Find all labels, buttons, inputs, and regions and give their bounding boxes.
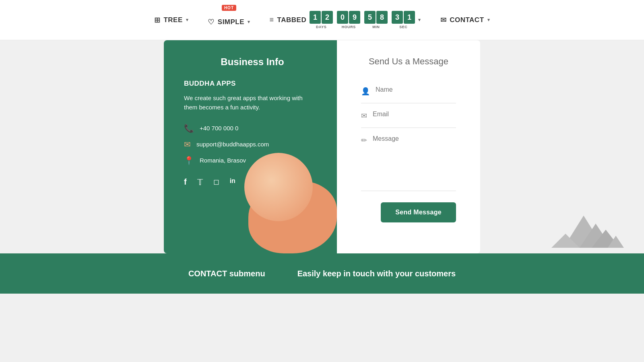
hours-tens: 0 [337,11,348,24]
days-label: DAYS [316,25,326,29]
svg-marker-0 [564,216,604,248]
message-field-icon: ✏ [361,136,367,145]
nav-simple-label: SIMPLE [218,18,244,26]
svg-marker-1 [580,224,612,248]
location-icon: 📍 [184,156,194,165]
message-input[interactable] [373,135,456,183]
countdown-seconds: 3 1 SEC [392,11,415,29]
location-text: Romania, Brasov [200,157,246,164]
min-tens: 5 [364,11,376,24]
hours-ones: 9 [349,11,360,24]
countdown: 1 2 DAYS 0 9 HOURS 5 8 MIN [310,11,415,29]
days-tens: 1 [310,11,321,24]
name-input[interactable] [376,86,456,93]
days-ones: 2 [322,11,333,24]
footer-right: Easily keep in touch with your customers [297,269,456,278]
hot-badge: HOT [222,5,236,11]
business-title: Business Info [184,56,321,68]
send-button[interactable]: Send Message [381,202,456,222]
card-row: Business Info BUDDHA APPS We create such… [164,40,480,253]
twitter-icon[interactable]: 𝕋 [197,177,203,187]
svg-marker-2 [592,230,620,248]
mountain-decoration [551,200,624,249]
simple-icon: ♡ [208,18,215,27]
email-row: ✉ support@buddhaapps.com [184,140,321,149]
phone-row: 📞 +40 700 000 0 [184,123,321,133]
nav-tree-label: TREE [163,16,182,24]
svg-marker-4 [608,236,624,248]
main-section: Business Info BUDDHA APPS We create such… [0,40,644,253]
contact-caret: ▾ [487,17,490,23]
countdown-minutes: 5 8 MIN [364,11,388,29]
countdown-hours: 0 9 HOURS [337,11,360,29]
business-card: Business Info BUDDHA APPS We create such… [164,40,337,253]
company-description: We create such great apps that working w… [184,93,305,112]
email-field-row: ✉ [361,103,456,128]
nav-tabbed[interactable]: ≡ TABBED 1 2 DAYS 0 9 HOURS 5 [270,11,421,29]
page-content: Business Info BUDDHA APPS We create such… [0,40,644,294]
sec-tens: 3 [392,11,403,24]
nav-simple[interactable]: HOT ♡ SIMPLE ▾ [208,14,250,27]
linkedin-icon[interactable]: in [230,177,235,187]
deco-circle [244,153,313,221]
facebook-icon[interactable]: f [184,177,187,187]
name-field-row: 👤 [361,79,456,103]
contact-form: Send Us a Message 👤 ✉ ✏ Send Message [337,40,480,253]
phone-number: +40 700 000 0 [200,125,238,132]
svg-marker-3 [551,234,580,248]
sec-label: SEC [399,25,407,29]
footer-strip: CONTACT submenu Easily keep in touch wit… [0,253,644,294]
phone-icon: 📞 [184,123,194,133]
tree-icon: ⊞ [154,16,161,25]
simple-caret: ▾ [248,19,250,25]
nav-tree[interactable]: ⊞ TREE ▾ [154,16,188,25]
instagram-icon[interactable]: ◻ [213,177,219,187]
name-field-icon: 👤 [361,87,370,96]
email-icon: ✉ [184,140,191,149]
form-actions: Send Message [361,202,456,222]
contact-icon: ✉ [440,16,447,25]
min-label: MIN [372,25,380,29]
email-address: support@buddhaapps.com [196,141,269,148]
min-ones: 8 [376,11,388,24]
nav-contact[interactable]: ✉ CONTACT ▾ [440,16,490,25]
tabbed-icon: ≡ [270,16,274,24]
company-name: BUDDHA APPS [184,80,321,88]
nav-contact-label: CONTACT [450,16,484,24]
message-field-row: ✏ [361,128,456,191]
hours-label: HOURS [342,25,356,29]
nav-tabbed-label: TABBED [277,16,307,24]
email-field-icon: ✉ [361,111,367,120]
form-title: Send Us a Message [361,56,456,67]
tabbed-caret: ▾ [418,17,421,23]
countdown-days: 1 2 DAYS [310,11,333,29]
footer-left: CONTACT submenu [188,269,265,278]
main-nav: ⊞ TREE ▾ HOT ♡ SIMPLE ▾ ≡ TABBED 1 2 DAY… [0,0,644,40]
sec-ones: 1 [404,11,415,24]
tree-caret: ▾ [186,17,189,23]
email-input[interactable] [373,111,456,118]
